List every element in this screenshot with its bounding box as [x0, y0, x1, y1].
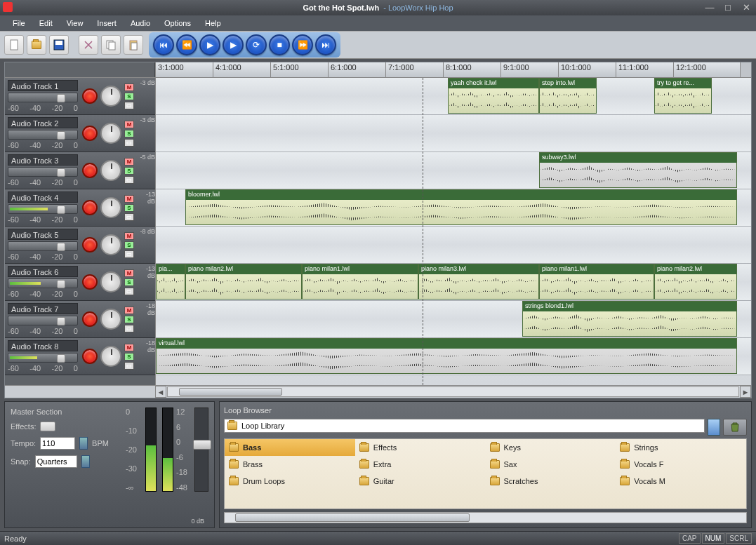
track-name-field[interactable]: Audio Track 6 — [8, 266, 78, 277]
mute-button[interactable]: M — [124, 344, 134, 351]
track-lane[interactable]: subway3.lwl — [156, 152, 751, 189]
browser-scrollbar[interactable] — [224, 512, 747, 523]
paste-button[interactable] — [124, 35, 143, 55]
solo-button[interactable]: S — [124, 204, 134, 212]
record-arm-button[interactable] — [82, 311, 98, 327]
track-name-field[interactable]: Audio Track 4 — [8, 191, 78, 203]
vertical-scrollbar[interactable] — [740, 62, 751, 77]
fx-button[interactable]: ▭ — [124, 102, 134, 109]
loop-button[interactable]: ⟳ — [246, 34, 267, 55]
audio-clip[interactable]: piano milan1.lwl — [539, 264, 654, 300]
track-name-field[interactable]: Audio Track 2 — [8, 117, 78, 128]
browser-folder[interactable]: Effects — [355, 439, 486, 456]
open-button[interactable] — [27, 35, 46, 55]
cut-button[interactable] — [79, 35, 98, 55]
solo-button[interactable]: S — [124, 316, 134, 323]
fx-button[interactable]: ▭ — [124, 288, 134, 295]
record-arm-button[interactable] — [82, 163, 98, 178]
effects-button[interactable] — [40, 422, 55, 431]
audio-clip[interactable]: piano milan2.lwl — [185, 264, 302, 300]
fx-button[interactable]: ▭ — [124, 176, 134, 184]
solo-button[interactable]: S — [124, 93, 134, 100]
pan-knob[interactable] — [100, 197, 121, 218]
track-volume-slider[interactable] — [8, 241, 78, 251]
track-lane[interactable] — [156, 115, 751, 152]
solo-button[interactable]: S — [124, 167, 134, 175]
track-lane[interactable] — [156, 227, 751, 264]
save-button[interactable] — [49, 35, 69, 55]
minimize-button[interactable]: — — [704, 1, 715, 13]
track-volume-slider[interactable] — [8, 130, 78, 140]
stop-button[interactable]: ■ — [269, 34, 290, 55]
track-volume-slider[interactable] — [8, 278, 78, 288]
record-arm-button[interactable] — [82, 88, 98, 104]
arrangement-canvas[interactable]: yaah check it.lwlstep into.lwltry to get… — [155, 78, 751, 385]
fx-button[interactable]: ▭ — [124, 250, 134, 258]
forward-end-button[interactable]: ⏭ — [315, 34, 336, 55]
maximize-button[interactable]: □ — [722, 1, 734, 13]
track-lane[interactable]: yaah check it.lwlstep into.lwltry to get… — [156, 78, 751, 115]
pan-knob[interactable] — [100, 123, 121, 144]
master-fader[interactable] — [194, 408, 208, 492]
record-arm-button[interactable] — [82, 200, 98, 215]
pan-knob[interactable] — [100, 346, 121, 367]
forward-button[interactable]: ⏩ — [292, 34, 313, 55]
browser-folder[interactable]: Scratches — [486, 473, 616, 490]
record-arm-button[interactable] — [82, 237, 98, 253]
fx-button[interactable]: ▭ — [124, 139, 134, 147]
menu-view[interactable]: View — [61, 18, 89, 29]
track-name-field[interactable]: Audio Track 5 — [8, 229, 78, 240]
solo-button[interactable]: S — [124, 353, 134, 361]
menu-help[interactable]: Help — [199, 18, 227, 29]
pan-knob[interactable] — [100, 309, 121, 330]
browser-folder[interactable]: Strings — [616, 439, 746, 456]
menu-insert[interactable]: Insert — [91, 18, 122, 29]
audio-clip[interactable]: subway3.lwl — [539, 152, 737, 188]
play-button[interactable]: ▶ — [199, 34, 220, 55]
pan-knob[interactable] — [100, 271, 121, 292]
mute-button[interactable]: M — [124, 121, 134, 128]
browser-folder[interactable]: Vocals F — [616, 456, 746, 473]
audio-clip[interactable]: pia... — [156, 264, 185, 300]
track-volume-slider[interactable] — [8, 204, 78, 214]
track-volume-slider[interactable] — [8, 316, 78, 325]
timeline-ruler[interactable]: 3:1:0004:1:0005:1:0006:1:0007:1:0008:1:0… — [155, 62, 740, 77]
rewind-start-button[interactable]: ⏮ — [153, 34, 174, 55]
copy-button[interactable] — [101, 35, 121, 55]
new-button[interactable] — [4, 35, 24, 55]
mute-button[interactable]: M — [124, 232, 134, 240]
menu-audio[interactable]: Audio — [125, 18, 156, 29]
pan-knob[interactable] — [100, 86, 121, 107]
browser-folder[interactable]: Bass — [225, 439, 355, 456]
audio-clip[interactable]: strings blond1.lwl — [522, 301, 737, 337]
menu-file[interactable]: File — [7, 18, 31, 29]
record-arm-button[interactable] — [82, 349, 98, 364]
audio-clip[interactable]: yaah check it.lwl — [448, 78, 539, 114]
scroll-left-button[interactable]: ◄ — [155, 386, 166, 398]
browser-folder[interactable]: Vocals M — [616, 473, 746, 490]
audio-clip[interactable]: piano milan2.lwl — [654, 264, 737, 300]
snap-select[interactable] — [35, 455, 77, 468]
browser-folder[interactable]: Brass — [225, 456, 355, 473]
mute-button[interactable]: M — [124, 83, 134, 91]
audio-clip[interactable]: try to get re... — [654, 78, 712, 114]
close-button[interactable]: ✕ — [741, 1, 752, 13]
record-arm-button[interactable] — [82, 274, 98, 290]
fx-button[interactable]: ▭ — [124, 362, 134, 370]
track-lane[interactable]: virtual.lwl — [156, 338, 751, 375]
audio-clip[interactable]: bloomer.lwl — [185, 189, 737, 225]
browser-folder[interactable]: Keys — [486, 439, 616, 456]
track-name-field[interactable]: Audio Track 8 — [8, 340, 78, 351]
record-arm-button[interactable] — [82, 126, 98, 141]
track-lane[interactable]: pia...piano milan2.lwlpiano milan1.lwlpi… — [156, 264, 751, 301]
pan-knob[interactable] — [100, 160, 121, 181]
browser-folder[interactable]: Drum Loops — [225, 473, 355, 490]
snap-dropdown[interactable] — [81, 455, 90, 468]
track-lane[interactable]: bloomer.lwl — [156, 189, 751, 227]
track-name-field[interactable]: Audio Track 7 — [8, 303, 78, 314]
track-volume-slider[interactable] — [8, 353, 78, 363]
playhead[interactable] — [423, 78, 423, 385]
browser-folder[interactable]: Sax — [486, 456, 616, 473]
track-lane[interactable]: strings blond1.lwl — [156, 301, 751, 338]
menu-edit[interactable]: Edit — [34, 18, 58, 29]
